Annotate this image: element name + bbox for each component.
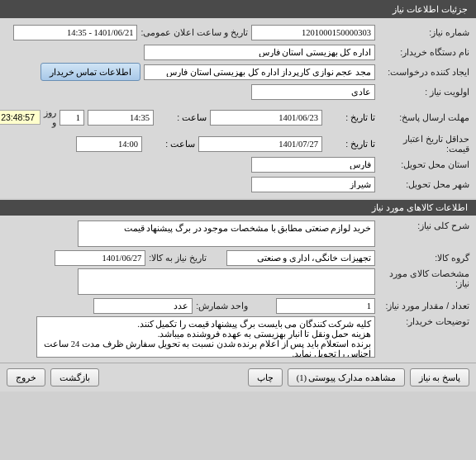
min-valid-label: حداقل تاریخ اعتبار قیمت:	[378, 134, 469, 154]
need-no-label: شماره نیاز:	[378, 27, 469, 37]
respond-button[interactable]: پاسخ به نیاز	[410, 368, 469, 386]
requester-input[interactable]	[144, 64, 375, 80]
goods-form: شرح کلی نیاز: گروه کالا: تاریخ نیاز به ک…	[0, 216, 476, 363]
to-date-label: تا تاریخ :	[326, 112, 375, 122]
to-date-label-2: تا تاریخ :	[326, 139, 375, 149]
unit-label: واحد شمارش:	[196, 301, 248, 311]
window-title-bar: جزئیات اطلاعات نیاز	[0, 0, 476, 18]
buyer-name-input[interactable]	[144, 45, 375, 60]
spec-textarea[interactable]	[78, 268, 375, 295]
qty-input[interactable]	[276, 298, 375, 314]
countdown-timer: 23:48:57	[0, 110, 40, 125]
contact-buyer-button[interactable]: اطلاعات تماس خریدار	[40, 63, 140, 81]
desc-label: شرح کلی نیاز:	[378, 221, 469, 230]
print-button[interactable]: چاپ	[248, 368, 283, 386]
city-label: شهر محل تحویل:	[378, 179, 469, 189]
goods-section-title: اطلاعات کالاهای مورد نیاز	[372, 202, 468, 212]
window-title: جزئیات اطلاعات نیاز	[393, 4, 468, 15]
min-valid-date-input[interactable]	[198, 136, 322, 152]
attachments-button[interactable]: مشاهده مدارک پیوستی (1)	[288, 368, 405, 386]
goods-section-header: اطلاعات کالاهای مورد نیاز	[0, 200, 476, 216]
time-label-1: ساعت :	[157, 112, 207, 122]
days-label: روز و	[44, 107, 56, 127]
city-input[interactable]	[251, 177, 375, 192]
group-input[interactable]	[226, 250, 375, 266]
announce-label: تاریخ و ساعت اعلان عمومی:	[140, 27, 248, 37]
need-date-input[interactable]	[55, 250, 145, 266]
time-label-2: ساعت :	[145, 139, 195, 149]
min-valid-time-input[interactable]	[76, 136, 142, 152]
buyer-note-textarea[interactable]	[36, 316, 375, 358]
footer-toolbar: پاسخ به نیاز مشاهده مدارک پیوستی (1) چاپ…	[0, 363, 476, 391]
announce-input[interactable]	[13, 25, 137, 40]
requester-label: ایجاد کننده درخواست:	[378, 67, 469, 77]
need-no-input[interactable]	[251, 25, 375, 40]
spec-label: مشخصات کالای مورد نیاز:	[378, 268, 469, 288]
priority-input[interactable]	[251, 84, 375, 100]
back-button[interactable]: بازگشت	[50, 368, 99, 386]
days-input[interactable]	[60, 110, 84, 126]
exit-button[interactable]: خروج	[7, 368, 45, 386]
need-date-label: تاریخ نیاز به کالا:	[149, 253, 207, 263]
unit-input[interactable]	[93, 298, 193, 314]
buyer-note-label: توضیحات خریدار:	[378, 316, 469, 326]
group-label: گروه کالا:	[378, 253, 469, 263]
deadline-label: مهلت ارسال پاسخ:	[378, 112, 469, 122]
deadline-date-input[interactable]	[210, 110, 322, 126]
province-input[interactable]	[251, 157, 375, 173]
footer-spacer	[104, 368, 243, 386]
desc-textarea[interactable]	[78, 221, 375, 247]
buyer-name-label: نام دستگاه خریدار:	[378, 47, 469, 57]
priority-label: اولویت نیاز :	[378, 87, 469, 97]
province-label: استان محل تحویل:	[378, 159, 469, 169]
deadline-time-input[interactable]	[88, 110, 154, 126]
qty-label: تعداد / مقدار مورد نیاز:	[378, 301, 469, 311]
main-form: شماره نیاز: تاریخ و ساعت اعلان عمومی: نا…	[0, 18, 476, 198]
